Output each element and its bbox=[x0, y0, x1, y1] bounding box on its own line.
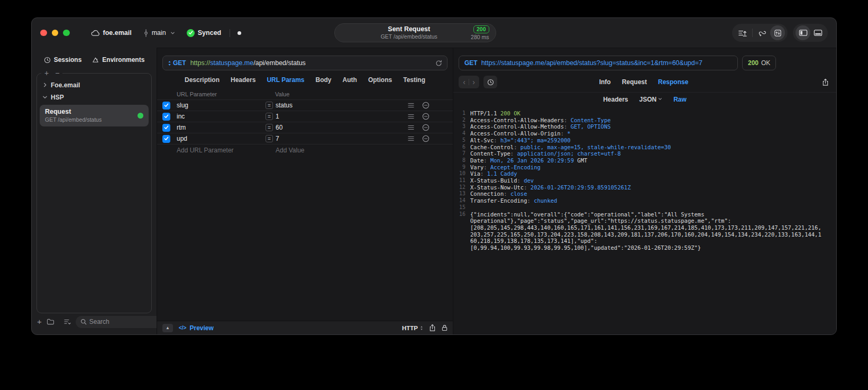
code-segment: {"incidents":null,"overall":{"code":"ope… bbox=[470, 211, 705, 217]
view-tab-headers[interactable]: Headers bbox=[603, 96, 628, 103]
param-value-field[interactable]: status bbox=[276, 102, 400, 109]
param-checkbox[interactable] bbox=[162, 135, 170, 143]
sidebar-request-item[interactable]: Request GET /api/embed/status bbox=[40, 105, 149, 126]
tab-sessions-label: Sessions bbox=[54, 56, 82, 64]
code-segment: Via bbox=[470, 170, 480, 177]
io-inspector-button[interactable] bbox=[770, 25, 785, 40]
export-response-button[interactable] bbox=[822, 78, 829, 86]
line-number bbox=[458, 238, 465, 244]
code-line: 2Access-Control-Allow-Headers: Content-T… bbox=[458, 117, 832, 124]
zoom-window-button[interactable] bbox=[63, 30, 70, 37]
code-segment: Connection bbox=[470, 191, 504, 197]
toggle-sidebar-button[interactable] bbox=[796, 25, 810, 40]
code-segment: public, max-age=15, stale-while-revalida… bbox=[520, 144, 671, 150]
history-forward-button[interactable]: › bbox=[469, 76, 478, 88]
param-value-field[interactable]: 1 bbox=[276, 113, 400, 120]
request-tab-body[interactable]: Body bbox=[316, 76, 332, 84]
protocol-selector[interactable]: HTTP bbox=[402, 325, 423, 331]
code-segment: : bbox=[483, 164, 490, 170]
response-status-badge: 200 OK bbox=[742, 56, 776, 70]
code-segment: X-Status-Build bbox=[470, 177, 517, 184]
param-checkbox[interactable] bbox=[162, 124, 170, 132]
add-request-button[interactable]: + bbox=[37, 318, 42, 325]
close-window-button[interactable] bbox=[40, 30, 47, 37]
request-list-button[interactable] bbox=[735, 25, 750, 40]
request-panel: GET https://statuspage.me/api/embed/stat… bbox=[157, 48, 453, 334]
minimize-window-button[interactable] bbox=[52, 30, 59, 37]
add-param-key[interactable]: Add URL Parameter bbox=[177, 147, 276, 154]
code-line: 4Access-Control-Allow-Origin: * bbox=[458, 130, 832, 137]
response-tab-response[interactable]: Response bbox=[658, 78, 688, 86]
code-segment: [0,99.94,100,99.93,99.98,99.95,100],"upd… bbox=[470, 244, 701, 251]
code-line: [208,205,145,298,443,140,160,165,171,161… bbox=[458, 224, 832, 231]
response-body[interactable]: 1HTTP/1.1 200 OK2Access-Control-Allow-He… bbox=[453, 106, 836, 334]
request-url[interactable]: https://statuspage.me/api/embed/status bbox=[190, 59, 306, 67]
param-remove-icon[interactable] bbox=[422, 113, 430, 120]
request-tab-description[interactable]: Description bbox=[185, 76, 220, 84]
new-folder-button[interactable] bbox=[47, 319, 54, 325]
sync-status[interactable]: Synced bbox=[187, 29, 221, 37]
param-value-field[interactable]: 60 bbox=[276, 124, 400, 131]
response-tabs: InfoRequestResponse bbox=[459, 78, 829, 86]
param-checkbox[interactable] bbox=[162, 102, 170, 110]
code-segment: close bbox=[510, 191, 527, 197]
tree-item-hsp[interactable]: HSP bbox=[37, 91, 151, 103]
param-key-field[interactable]: rtm bbox=[177, 124, 266, 131]
response-tab-info[interactable]: Info bbox=[599, 78, 611, 86]
line-number: 7 bbox=[458, 150, 465, 157]
request-url-bar[interactable]: GET https://statuspage.me/api/embed/stat… bbox=[162, 56, 447, 70]
add-param-value[interactable]: Add Value bbox=[276, 147, 305, 154]
share-icon bbox=[429, 324, 436, 332]
history-clock-button[interactable] bbox=[483, 76, 497, 88]
chevron-down-icon bbox=[170, 31, 175, 35]
sync-pull-button[interactable] bbox=[755, 25, 770, 40]
lock-button[interactable] bbox=[442, 324, 447, 331]
response-request-line[interactable]: GET https://statuspage.me/api/embed/stat… bbox=[459, 56, 738, 70]
param-menu-icon[interactable] bbox=[408, 136, 414, 141]
code-line: 16{"incidents":null,"overall":{"code":"o… bbox=[458, 211, 832, 218]
param-checkbox[interactable] bbox=[162, 113, 170, 121]
param-key-field[interactable]: upd bbox=[177, 135, 266, 142]
share-request-button[interactable] bbox=[429, 324, 436, 332]
param-remove-icon[interactable] bbox=[422, 102, 430, 109]
line-content: X-Status-Build: dev bbox=[470, 177, 534, 184]
param-menu-icon[interactable] bbox=[408, 125, 414, 130]
remove-session-button[interactable]: − bbox=[55, 69, 59, 77]
expand-console-button[interactable]: ▲ bbox=[162, 324, 173, 332]
sort-filter-button[interactable] bbox=[64, 319, 71, 325]
param-remove-icon[interactable] bbox=[422, 135, 430, 142]
param-remove-icon[interactable] bbox=[422, 124, 430, 131]
view-tab-raw[interactable]: Raw bbox=[673, 96, 687, 103]
param-menu-icon[interactable] bbox=[408, 103, 414, 108]
tab-sessions[interactable]: Sessions bbox=[44, 56, 82, 64]
method-selector[interactable]: GET bbox=[168, 59, 186, 67]
param-key-field[interactable]: inc bbox=[177, 113, 266, 120]
tab-environments[interactable]: Environments bbox=[92, 56, 144, 64]
request-tab-options[interactable]: Options bbox=[368, 76, 392, 84]
param-menu-icon[interactable] bbox=[408, 114, 414, 119]
code-line: Operational"},"page":"status","page_url"… bbox=[458, 217, 832, 224]
sent-request-pill[interactable]: Sent Request GET /api/embed/status 200 2… bbox=[334, 23, 496, 42]
request-tab-testing[interactable]: Testing bbox=[403, 76, 425, 84]
code-segment: 2026-01-26T20:29:59.859105261Z bbox=[531, 184, 631, 191]
preview-button[interactable]: </> Preview bbox=[179, 324, 214, 332]
history-back-button[interactable]: ‹ bbox=[460, 76, 469, 88]
code-segment: 203,257,225,165,250,173,204,223,158,208,… bbox=[470, 231, 821, 238]
resend-request-button[interactable] bbox=[435, 60, 442, 67]
param-key-field[interactable]: slug bbox=[177, 102, 266, 109]
response-tab-request[interactable]: Request bbox=[622, 78, 647, 86]
toggle-bottom-panel-button[interactable] bbox=[810, 25, 825, 40]
request-tab-headers[interactable]: Headers bbox=[231, 76, 255, 84]
param-value-field[interactable]: 7 bbox=[276, 135, 400, 142]
project-switcher[interactable]: foe.email bbox=[91, 29, 132, 37]
line-number bbox=[458, 224, 465, 231]
request-duration: 280 ms bbox=[471, 34, 489, 40]
view-tab-json[interactable]: JSON bbox=[639, 96, 663, 103]
code-segment: Access-Control-Allow-Origin bbox=[470, 130, 561, 137]
line-number bbox=[458, 231, 465, 238]
request-tab-auth[interactable]: Auth bbox=[343, 76, 357, 84]
request-tab-url-params[interactable]: URL Params bbox=[267, 76, 304, 84]
branch-switcher[interactable]: main bbox=[143, 29, 175, 37]
add-session-button[interactable]: + bbox=[44, 69, 49, 77]
tree-item-foe-email[interactable]: Foe.email bbox=[37, 79, 151, 91]
